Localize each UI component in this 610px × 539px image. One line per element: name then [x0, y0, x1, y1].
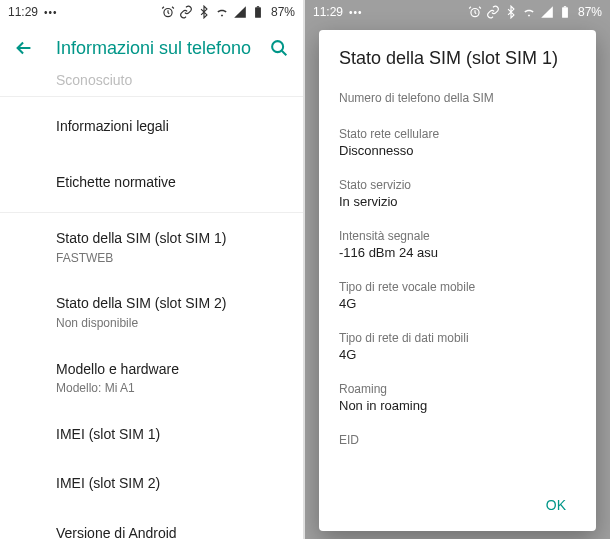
- dialog-item-label: Stato servizio: [339, 178, 576, 192]
- status-time: 11:29: [313, 5, 343, 19]
- dialog-item-roaming: Roaming Non in roaming: [339, 372, 576, 423]
- item-label: Stato della SIM (slot SIM 2): [56, 294, 287, 314]
- item-imei-sim2[interactable]: IMEI (slot SIM 2): [0, 460, 303, 510]
- item-label: Informazioni legali: [56, 117, 287, 137]
- item-label: Stato della SIM (slot SIM 1): [56, 229, 287, 249]
- item-label: Modello e hardware: [56, 360, 287, 380]
- wifi-icon: [215, 5, 229, 19]
- signal-icon: [233, 5, 247, 19]
- item-regulatory-labels[interactable]: Etichette normative: [0, 155, 303, 211]
- dialog-item-value: In servizio: [339, 194, 576, 209]
- link-icon: [486, 5, 500, 19]
- dialog-item-label: Roaming: [339, 382, 576, 396]
- battery-icon: [558, 5, 572, 19]
- status-notif-dots: •••: [44, 7, 58, 18]
- alarm-icon: [468, 5, 482, 19]
- dialog-item-service-state: Stato servizio In servizio: [339, 168, 576, 219]
- dialog-item-signal-strength: Intensità segnale -116 dBm 24 asu: [339, 219, 576, 270]
- dialog-item-value: Disconnesso: [339, 143, 576, 158]
- sim-status-dialog-screen: Indirizzo IP 11:29 ••• 87% Stato della S…: [305, 0, 610, 539]
- app-bar: Informazioni sul telefono: [0, 24, 303, 72]
- wifi-icon: [522, 5, 536, 19]
- svg-rect-5: [562, 7, 568, 17]
- dialog-item-label: Tipo di rete vocale mobile: [339, 280, 576, 294]
- dialog-item-label: Stato rete cellulare: [339, 127, 576, 141]
- divider: [0, 212, 303, 213]
- status-notif-dots: •••: [349, 7, 363, 18]
- item-sim2-status[interactable]: Stato della SIM (slot SIM 2) Non disponi…: [0, 280, 303, 345]
- alarm-icon: [161, 5, 175, 19]
- ok-button[interactable]: OK: [536, 491, 576, 519]
- item-model-hardware[interactable]: Modello e hardware Modello: Mi A1: [0, 346, 303, 411]
- battery-percent: 87%: [578, 5, 602, 19]
- dialog-item-value: 4G: [339, 296, 576, 311]
- search-button[interactable]: [267, 36, 291, 60]
- battery-icon: [251, 5, 265, 19]
- link-icon: [179, 5, 193, 19]
- status-icons: 87%: [161, 5, 295, 19]
- divider: [0, 96, 303, 97]
- status-bar: 11:29 ••• 87%: [305, 0, 610, 24]
- item-imei-sim1[interactable]: IMEI (slot SIM 1): [0, 411, 303, 461]
- list-item-cutoff: Sconosciuto: [0, 72, 303, 94]
- battery-percent: 87%: [271, 5, 295, 19]
- dialog-item-label: Intensità segnale: [339, 229, 576, 243]
- status-time: 11:29: [8, 5, 38, 19]
- item-label: Etichette normative: [56, 173, 287, 193]
- svg-rect-6: [564, 6, 566, 7]
- dialog-title: Stato della SIM (slot SIM 1): [339, 48, 576, 69]
- svg-rect-2: [257, 6, 259, 7]
- item-label: IMEI (slot SIM 2): [56, 474, 287, 494]
- dialog-item-eid: EID: [339, 423, 576, 459]
- bluetooth-icon: [504, 5, 518, 19]
- dialog-list: Numero di telefono della SIM Stato rete …: [339, 81, 576, 483]
- item-sim1-status[interactable]: Stato della SIM (slot SIM 1) FASTWEB: [0, 215, 303, 280]
- svg-point-3: [272, 41, 283, 52]
- dialog-item-data-network: Tipo di rete di dati mobili 4G: [339, 321, 576, 372]
- back-button[interactable]: [12, 36, 36, 60]
- status-bar: 11:29 ••• 87%: [0, 0, 303, 24]
- page-title: Informazioni sul telefono: [56, 38, 267, 59]
- item-sublabel: Modello: Mi A1: [56, 381, 287, 397]
- item-legal-info[interactable]: Informazioni legali: [0, 99, 303, 155]
- dialog-item-network-state: Stato rete cellulare Disconnesso: [339, 117, 576, 168]
- dialog-item-label: Numero di telefono della SIM: [339, 91, 576, 105]
- status-icons: 87%: [468, 5, 602, 19]
- dialog-item-value: -116 dBm 24 asu: [339, 245, 576, 260]
- signal-icon: [540, 5, 554, 19]
- phone-info-screen: 11:29 ••• 87% Informazioni sul telefono: [0, 0, 305, 539]
- dialog-item-label: Tipo di rete di dati mobili: [339, 331, 576, 345]
- search-icon: [268, 37, 290, 59]
- dialog-actions: OK: [339, 483, 576, 523]
- sim-status-dialog: Stato della SIM (slot SIM 1) Numero di t…: [319, 30, 596, 531]
- item-label: Versione di Android: [56, 524, 287, 539]
- settings-list: Sconosciuto Informazioni legali Etichett…: [0, 72, 303, 539]
- dialog-item-value: Non in roaming: [339, 398, 576, 413]
- item-sublabel: FASTWEB: [56, 251, 287, 267]
- dialog-item-value: 4G: [339, 347, 576, 362]
- item-android-version[interactable]: Versione di Android 9: [0, 510, 303, 539]
- item-label: IMEI (slot SIM 1): [56, 425, 287, 445]
- dialog-item-phone-number: Numero di telefono della SIM: [339, 81, 576, 117]
- dialog-item-label: EID: [339, 433, 576, 447]
- bluetooth-icon: [197, 5, 211, 19]
- arrow-back-icon: [13, 37, 35, 59]
- dialog-item-voice-network: Tipo di rete vocale mobile 4G: [339, 270, 576, 321]
- item-sublabel: Non disponibile: [56, 316, 287, 332]
- svg-rect-1: [255, 7, 261, 17]
